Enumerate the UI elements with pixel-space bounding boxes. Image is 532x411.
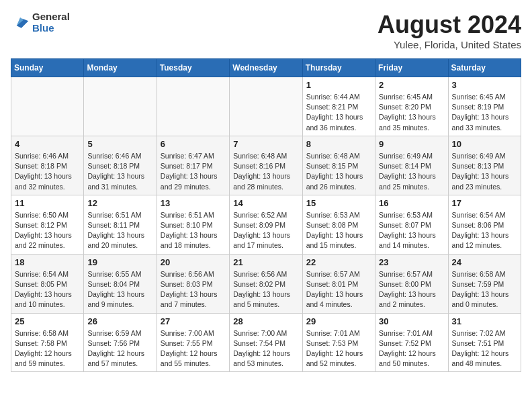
- day-info: Sunrise: 6:46 AM Sunset: 8:18 PM Dayligh…: [87, 151, 152, 192]
- calendar-cell: 20Sunrise: 6:56 AM Sunset: 8:03 PM Dayli…: [157, 254, 229, 313]
- calendar-cell: 29Sunrise: 7:01 AM Sunset: 7:53 PM Dayli…: [302, 313, 375, 372]
- logo-general: General: [32, 11, 70, 22]
- calendar-cell: 15Sunrise: 6:53 AM Sunset: 8:08 PM Dayli…: [302, 195, 375, 254]
- day-info: Sunrise: 6:55 AM Sunset: 8:04 PM Dayligh…: [87, 269, 152, 310]
- calendar-cell: 6Sunrise: 6:47 AM Sunset: 8:17 PM Daylig…: [157, 136, 229, 195]
- calendar-cell: 9Sunrise: 6:49 AM Sunset: 8:14 PM Daylig…: [375, 136, 448, 195]
- calendar-cell: 14Sunrise: 6:52 AM Sunset: 8:09 PM Dayli…: [230, 195, 302, 254]
- day-info: Sunrise: 6:46 AM Sunset: 8:18 PM Dayligh…: [15, 151, 80, 192]
- day-info: Sunrise: 6:58 AM Sunset: 7:58 PM Dayligh…: [15, 328, 80, 369]
- day-info: Sunrise: 6:47 AM Sunset: 8:17 PM Dayligh…: [161, 151, 226, 192]
- day-number: 24: [452, 257, 517, 267]
- title-block: August 2024 Yulee, Florida, United State…: [378, 11, 521, 50]
- day-info: Sunrise: 7:00 AM Sunset: 7:55 PM Dayligh…: [161, 328, 226, 369]
- weekday-header-thursday: Thursday: [302, 59, 375, 77]
- logo-icon: [11, 13, 30, 32]
- calendar-cell: [157, 77, 229, 136]
- calendar-cell: 19Sunrise: 6:55 AM Sunset: 8:04 PM Dayli…: [84, 254, 157, 313]
- calendar-cell: 10Sunrise: 6:49 AM Sunset: 8:13 PM Dayli…: [448, 136, 521, 195]
- day-number: 27: [161, 316, 226, 326]
- calendar-cell: 7Sunrise: 6:48 AM Sunset: 8:16 PM Daylig…: [230, 136, 302, 195]
- day-info: Sunrise: 6:58 AM Sunset: 7:59 PM Dayligh…: [452, 269, 517, 310]
- calendar-cell: 2Sunrise: 6:45 AM Sunset: 8:20 PM Daylig…: [375, 77, 448, 136]
- calendar-cell: 25Sunrise: 6:58 AM Sunset: 7:58 PM Dayli…: [11, 313, 84, 372]
- location-subtitle: Yulee, Florida, United States: [378, 39, 521, 50]
- day-number: 28: [233, 316, 298, 326]
- day-info: Sunrise: 6:50 AM Sunset: 8:12 PM Dayligh…: [15, 210, 80, 251]
- calendar-cell: 5Sunrise: 6:46 AM Sunset: 8:18 PM Daylig…: [84, 136, 157, 195]
- calendar-cell: 22Sunrise: 6:57 AM Sunset: 8:01 PM Dayli…: [302, 254, 375, 313]
- day-number: 5: [87, 139, 152, 149]
- day-number: 6: [161, 139, 226, 149]
- day-number: 10: [452, 139, 517, 149]
- calendar-cell: 3Sunrise: 6:45 AM Sunset: 8:19 PM Daylig…: [448, 77, 521, 136]
- calendar-cell: 12Sunrise: 6:51 AM Sunset: 8:11 PM Dayli…: [84, 195, 157, 254]
- calendar-cell: 21Sunrise: 6:56 AM Sunset: 8:02 PM Dayli…: [230, 254, 302, 313]
- calendar-cell: 13Sunrise: 6:51 AM Sunset: 8:10 PM Dayli…: [157, 195, 229, 254]
- day-info: Sunrise: 7:01 AM Sunset: 7:53 PM Dayligh…: [306, 328, 371, 369]
- calendar-cell: 1Sunrise: 6:44 AM Sunset: 8:21 PM Daylig…: [302, 77, 375, 136]
- calendar-week-row: 18Sunrise: 6:54 AM Sunset: 8:05 PM Dayli…: [11, 254, 521, 313]
- day-number: 18: [15, 257, 80, 267]
- day-info: Sunrise: 6:51 AM Sunset: 8:11 PM Dayligh…: [87, 210, 152, 251]
- weekday-header-wednesday: Wednesday: [230, 59, 302, 77]
- calendar-table: SundayMondayTuesdayWednesdayThursdayFrid…: [11, 58, 521, 372]
- page-header: General Blue August 2024 Yulee, Florida,…: [11, 11, 521, 50]
- calendar-cell: 11Sunrise: 6:50 AM Sunset: 8:12 PM Dayli…: [11, 195, 84, 254]
- calendar-cell: [230, 77, 302, 136]
- weekday-header-monday: Monday: [84, 59, 157, 77]
- calendar-cell: 30Sunrise: 7:01 AM Sunset: 7:52 PM Dayli…: [375, 313, 448, 372]
- day-info: Sunrise: 6:51 AM Sunset: 8:10 PM Dayligh…: [161, 210, 226, 251]
- weekday-header-row: SundayMondayTuesdayWednesdayThursdayFrid…: [11, 59, 521, 77]
- logo-text: General Blue: [32, 11, 70, 34]
- calendar-cell: 4Sunrise: 6:46 AM Sunset: 8:18 PM Daylig…: [11, 136, 84, 195]
- day-info: Sunrise: 6:48 AM Sunset: 8:16 PM Dayligh…: [233, 151, 298, 192]
- day-number: 21: [233, 257, 298, 267]
- calendar-cell: 31Sunrise: 7:02 AM Sunset: 7:51 PM Dayli…: [448, 313, 521, 372]
- day-number: 26: [87, 316, 152, 326]
- calendar-cell: [11, 77, 84, 136]
- day-info: Sunrise: 6:57 AM Sunset: 8:00 PM Dayligh…: [379, 269, 444, 310]
- day-number: 19: [87, 257, 152, 267]
- day-info: Sunrise: 6:54 AM Sunset: 8:06 PM Dayligh…: [452, 210, 517, 251]
- weekday-header-sunday: Sunday: [11, 59, 84, 77]
- day-info: Sunrise: 6:56 AM Sunset: 8:02 PM Dayligh…: [233, 269, 298, 310]
- day-number: 31: [452, 316, 517, 326]
- day-info: Sunrise: 6:54 AM Sunset: 8:05 PM Dayligh…: [15, 269, 80, 310]
- day-info: Sunrise: 6:48 AM Sunset: 8:15 PM Dayligh…: [306, 151, 371, 192]
- day-info: Sunrise: 6:49 AM Sunset: 8:14 PM Dayligh…: [379, 151, 444, 192]
- day-number: 11: [15, 198, 80, 208]
- day-info: Sunrise: 6:44 AM Sunset: 8:21 PM Dayligh…: [306, 92, 371, 133]
- day-number: 29: [306, 316, 371, 326]
- calendar-week-row: 11Sunrise: 6:50 AM Sunset: 8:12 PM Dayli…: [11, 195, 521, 254]
- weekday-header-friday: Friday: [375, 59, 448, 77]
- day-number: 25: [15, 316, 80, 326]
- logo-blue: Blue: [32, 22, 70, 34]
- day-number: 9: [379, 139, 444, 149]
- calendar-cell: 17Sunrise: 6:54 AM Sunset: 8:06 PM Dayli…: [448, 195, 521, 254]
- day-info: Sunrise: 7:01 AM Sunset: 7:52 PM Dayligh…: [379, 328, 444, 369]
- calendar-cell: 8Sunrise: 6:48 AM Sunset: 8:15 PM Daylig…: [302, 136, 375, 195]
- day-number: 30: [379, 316, 444, 326]
- calendar-cell: [84, 77, 157, 136]
- weekday-header-tuesday: Tuesday: [157, 59, 229, 77]
- day-info: Sunrise: 7:02 AM Sunset: 7:51 PM Dayligh…: [452, 328, 517, 369]
- day-info: Sunrise: 6:56 AM Sunset: 8:03 PM Dayligh…: [161, 269, 226, 310]
- calendar-cell: 24Sunrise: 6:58 AM Sunset: 7:59 PM Dayli…: [448, 254, 521, 313]
- day-number: 23: [379, 257, 444, 267]
- day-number: 14: [233, 198, 298, 208]
- day-info: Sunrise: 6:53 AM Sunset: 8:07 PM Dayligh…: [379, 210, 444, 251]
- logo: General Blue: [11, 11, 70, 34]
- calendar-cell: 28Sunrise: 7:00 AM Sunset: 7:54 PM Dayli…: [230, 313, 302, 372]
- month-year-title: August 2024: [378, 11, 521, 39]
- day-number: 15: [306, 198, 371, 208]
- day-info: Sunrise: 6:49 AM Sunset: 8:13 PM Dayligh…: [452, 151, 517, 192]
- day-number: 20: [161, 257, 226, 267]
- calendar-week-row: 4Sunrise: 6:46 AM Sunset: 8:18 PM Daylig…: [11, 136, 521, 195]
- day-info: Sunrise: 6:45 AM Sunset: 8:20 PM Dayligh…: [379, 92, 444, 133]
- day-number: 2: [379, 80, 444, 90]
- day-number: 12: [87, 198, 152, 208]
- day-info: Sunrise: 6:59 AM Sunset: 7:56 PM Dayligh…: [87, 328, 152, 369]
- day-number: 22: [306, 257, 371, 267]
- day-number: 13: [161, 198, 226, 208]
